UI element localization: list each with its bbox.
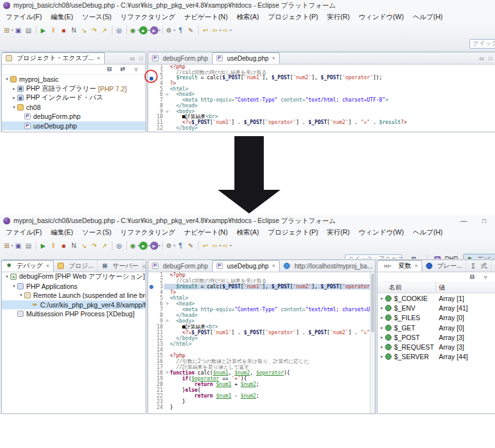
external-tools-button[interactable]: ⚙▾ [165, 24, 176, 36]
code-line[interactable]: 14 [148, 347, 370, 353]
tab-usedebug-php[interactable]: PuseDebug.php× [212, 52, 280, 64]
save-button[interactable]: ▣ [13, 240, 24, 251]
code-line[interactable]: 17 //計算結果を戻り値として返す [148, 364, 370, 370]
tab-servers[interactable]: ▤サーバー [98, 260, 142, 272]
back-button[interactable]: ⇦▾ [211, 240, 222, 251]
expand-arrow-icon[interactable]: ▸ [11, 86, 17, 91]
code-line[interactable]: 2 //calc関数の呼び出し結果を受け取る [148, 278, 370, 284]
tab-usedebug-php[interactable]: PuseDebug.php× [212, 260, 280, 272]
tree-item[interactable]: ▾PHP Applications [2, 282, 146, 291]
code-line[interactable]: 19 if($operator == '+'){ [148, 376, 370, 382]
column-header-value[interactable]: 値 [436, 283, 495, 292]
collapse-all-button[interactable]: ⊟ [106, 66, 115, 73]
code-editor[interactable]: 1<?php2 //calc関数の呼び出し結果を受け取る3 $result = … [148, 272, 370, 410]
close-icon[interactable]: × [415, 263, 418, 269]
step-return-button[interactable]: ↗ [100, 24, 110, 36]
breakpoint-gutter[interactable] [148, 347, 155, 353]
run-button[interactable]: ▶▾ [139, 240, 150, 251]
code-editor[interactable]: 1<?php2 //calc関数の呼び出し結果を受け取る3 $result = … [148, 65, 495, 131]
mark-occurrences-button[interactable]: ✎ [186, 240, 196, 251]
menu-item[interactable]: リファクタリング [116, 12, 179, 23]
code-line[interactable]: 23 } [148, 399, 370, 405]
menu-item[interactable]: リファクタリング [116, 227, 179, 238]
resume-button[interactable]: ▶ [38, 24, 49, 36]
view-minimize-button[interactable]: ▭ [480, 56, 485, 61]
print-button[interactable]: ▤ [24, 24, 34, 36]
variable-row[interactable]: ▸$_REQUESTArray [3] [377, 342, 495, 351]
step-over-button[interactable]: ↷ [89, 24, 100, 36]
breakpoint-gutter[interactable] [148, 359, 155, 364]
close-icon[interactable]: × [46, 263, 49, 269]
fold-collapse-icon[interactable]: ⊖ [164, 370, 170, 376]
expand-arrow-icon[interactable]: ▸ [379, 325, 385, 330]
tree-item[interactable]: ▾ch08 [2, 103, 146, 112]
menu-item[interactable]: ウィンドウ(W) [354, 227, 409, 238]
breakpoint-gutter[interactable] [148, 364, 155, 370]
debug-button[interactable]: ◉▾ [129, 240, 140, 251]
breakpoint-gutter[interactable] [148, 313, 155, 318]
step-into-button[interactable]: ↘ [79, 240, 89, 251]
menu-item[interactable]: ナビゲート(N) [179, 12, 232, 23]
code-line[interactable]: 12 </body> [148, 336, 370, 341]
tree-item[interactable]: PdebugForm.php [2, 112, 146, 121]
new-wizard-button[interactable]: ⊞▾ [3, 240, 13, 251]
menu-item[interactable]: 検索(A) [232, 12, 263, 23]
expand-arrow-icon[interactable]: ▸ [379, 296, 385, 301]
code-line[interactable]: 8 </head> [148, 313, 370, 318]
expand-arrow-icon[interactable]: ▸ [379, 354, 385, 359]
column-header-name[interactable]: 名前 [377, 282, 436, 293]
code-line[interactable]: 4?> [148, 290, 370, 295]
new-wizard-button[interactable]: ⊞▾ [3, 24, 13, 36]
profile-button[interactable]: ▶▾ [150, 240, 161, 251]
code-line[interactable]: 7 <meta http-equiv="Content-Type" conten… [148, 307, 370, 313]
expand-arrow-icon[interactable]: ▾ [11, 105, 17, 110]
tree-item[interactable]: ▸≣PHP インクルード・パス [2, 93, 146, 103]
tab-debugform-php[interactable]: PdebugForm.php [148, 260, 213, 272]
breakpoint-gutter[interactable] [148, 114, 155, 120]
code-line[interactable]: 12 </body> [148, 126, 495, 132]
breakpoint-gutter[interactable] [148, 341, 155, 347]
menu-item[interactable]: ヘルプ(H) [408, 227, 447, 238]
tree-item[interactable]: ⇒C:/usr/kis_php_pkg_ver4.8/xampp/h [2, 300, 146, 310]
menu-item[interactable]: 実行(R) [323, 12, 354, 23]
variable-row[interactable]: ▸$_ENVArray [41] [377, 303, 495, 313]
collapse-all-button[interactable]: ⊟ [469, 274, 478, 281]
search-button[interactable]: ◎ [114, 240, 125, 251]
tree-item[interactable]: ▾●debugForm [PHP Web アプリケーション] [2, 272, 146, 282]
menu-item[interactable]: 検索(A) [232, 227, 263, 238]
breakpoint-gutter[interactable] [148, 109, 155, 115]
forward-button[interactable]: ⇨▾ [221, 24, 232, 36]
code-line[interactable]: 24} [148, 405, 370, 410]
tree-item[interactable]: Multisession PHP Process [XDebug] [2, 309, 146, 319]
code-line[interactable]: 5<html> [148, 295, 370, 301]
menu-item[interactable]: ソース(S) [77, 227, 116, 238]
variable-row[interactable]: ▸$_COOKIEArray [1] [377, 293, 495, 303]
menu-item[interactable]: プロジェクト(P) [263, 227, 322, 238]
code-line[interactable]: 3 $result = calc($_POST['num1'], $_POST[… [148, 75, 495, 81]
tree-item[interactable]: ▾myproj_basic [2, 75, 146, 84]
mark-occurrences-button[interactable]: ✎ [186, 24, 196, 36]
code-line[interactable]: 1<?php [148, 272, 370, 278]
menu-item[interactable]: ファイル(F) [1, 227, 46, 238]
link-editor-button[interactable]: ⇄ [119, 66, 128, 73]
step-return-button[interactable]: ↗ [100, 240, 110, 251]
external-tools-button[interactable]: ⚙▾ [165, 240, 176, 251]
tab-browser[interactable]: http://localhost/myproj_ba... [280, 260, 375, 272]
breakpoint-gutter[interactable] [148, 370, 155, 376]
tab-debugform-php[interactable]: PdebugForm.php [148, 52, 213, 64]
code-line[interactable]: 18⊖function calc($num1, $num2, $operator… [148, 370, 370, 376]
tree-item[interactable]: ▸≣PHP 言語ライブラリー[PHP 7.2] [2, 84, 146, 94]
menu-item[interactable]: 実行(R) [323, 227, 354, 238]
minimize-button[interactable]: — [461, 217, 467, 224]
code-line[interactable]: 5<html> [148, 87, 495, 93]
breakpoint-gutter[interactable] [148, 301, 155, 307]
menu-item[interactable]: 編集(E) [46, 227, 77, 238]
variable-row[interactable]: ▸$_POSTArray [3] [377, 332, 495, 342]
tab-debug[interactable]: ✱デバッグ× [2, 260, 54, 272]
show-whitespace-button[interactable]: ¶ [176, 24, 186, 36]
debug-button[interactable]: ◉▾ [129, 24, 140, 36]
view-minimize-button[interactable]: ▭ [130, 56, 135, 61]
breakpoint-gutter[interactable] [148, 376, 155, 382]
expand-arrow-icon[interactable]: ▾ [11, 284, 17, 289]
tab-expressions[interactable]: ∑式 [466, 260, 492, 272]
